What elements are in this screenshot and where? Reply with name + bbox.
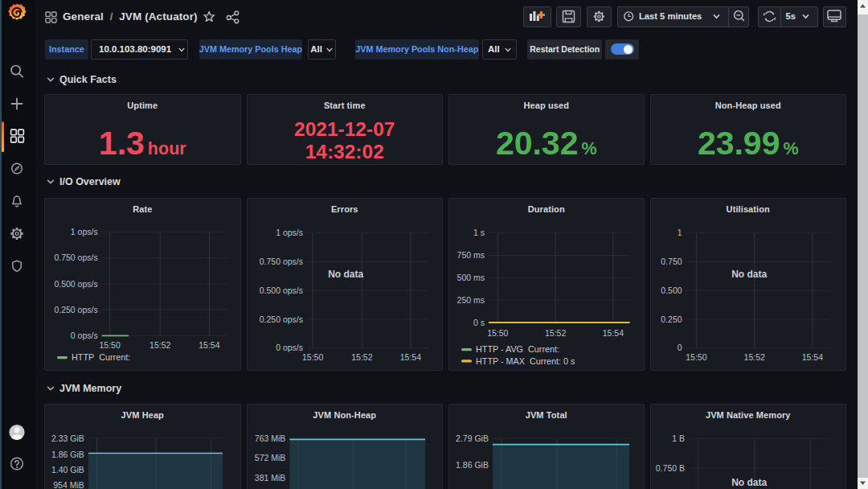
svg-text:750 ms: 750 ms: [457, 250, 484, 260]
svg-text:No data: No data: [731, 476, 767, 487]
svg-text:954 MiB: 954 MiB: [53, 480, 84, 489]
svg-text:0.250 ops/s: 0.250 ops/s: [54, 304, 97, 314]
svg-text:15:50: 15:50: [686, 352, 706, 362]
svg-text:15:54: 15:54: [602, 327, 623, 337]
svg-text:0.500 ops/s: 0.500 ops/s: [54, 278, 97, 288]
svg-text:1 ops/s: 1 ops/s: [276, 228, 303, 237]
svg-text:HTTP - AVG Current:: HTTP - AVG Current:: [476, 344, 559, 354]
svg-text:572 MiB: 572 MiB: [254, 453, 285, 462]
svg-text:381 MiB: 381 MiB: [254, 473, 285, 483]
svg-text:0.500: 0.500: [661, 285, 682, 294]
svg-text:0.750 ops/s: 0.750 ops/s: [54, 253, 97, 262]
svg-text:0 ops/s: 0 ops/s: [71, 330, 98, 339]
svg-text:1.86 GiB: 1.86 GiB: [456, 460, 489, 470]
svg-text:1.40 GiB: 1.40 GiB: [51, 465, 84, 475]
svg-text:15:52: 15:52: [149, 339, 170, 349]
svg-text:0 ops/s: 0 ops/s: [276, 343, 303, 352]
svg-text:763 MiB: 763 MiB: [254, 433, 285, 442]
svg-text:1: 1: [677, 228, 682, 237]
svg-text:2.33 GiB: 2.33 GiB: [51, 433, 84, 442]
svg-text:HTTP - MAX Current: 0 s: HTTP - MAX Current: 0 s: [476, 355, 575, 365]
svg-text:1 B: 1 B: [672, 433, 685, 442]
svg-text:1.86 GiB: 1.86 GiB: [51, 449, 84, 458]
svg-text:15:54: 15:54: [801, 352, 822, 362]
svg-text:No data: No data: [731, 269, 767, 280]
svg-text:15:54: 15:54: [399, 352, 420, 362]
svg-text:15:52: 15:52: [743, 352, 764, 362]
svg-text:0.750 B: 0.750 B: [655, 462, 684, 472]
svg-text:15:50: 15:50: [301, 352, 322, 362]
svg-text:500 ms: 500 ms: [457, 272, 484, 281]
svg-text:0.500 ops/s: 0.500 ops/s: [259, 285, 302, 294]
svg-text:0.750: 0.750: [661, 257, 682, 266]
svg-text:15:52: 15:52: [544, 327, 565, 337]
svg-text:0.250: 0.250: [661, 314, 682, 323]
svg-text:1 ops/s: 1 ops/s: [71, 227, 98, 236]
svg-text:15:50: 15:50: [99, 339, 120, 349]
svg-text:0: 0: [677, 343, 682, 352]
svg-text:No data: No data: [328, 269, 363, 280]
svg-text:2.79 GiB: 2.79 GiB: [456, 433, 489, 442]
svg-text:1 s: 1 s: [473, 228, 484, 237]
svg-text:250 ms: 250 ms: [457, 294, 484, 304]
svg-text:15:52: 15:52: [351, 352, 372, 362]
svg-text:0 s: 0 s: [473, 317, 484, 327]
svg-text:HTTP Current:: HTTP Current:: [72, 352, 130, 362]
svg-text:0.750 ops/s: 0.750 ops/s: [259, 257, 302, 266]
svg-text:0.250 ops/s: 0.250 ops/s: [259, 314, 302, 323]
svg-text:15:54: 15:54: [199, 339, 219, 349]
svg-text:15:50: 15:50: [487, 327, 508, 337]
